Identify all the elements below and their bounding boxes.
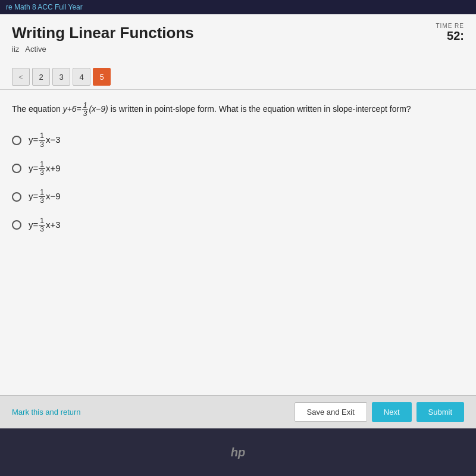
answer-text-b: y=13x+9	[29, 161, 61, 177]
page-title: Writing Linear Functions	[12, 24, 464, 42]
fraction-one-third: 13	[82, 102, 89, 118]
answer-option-b[interactable]: y=13x+9	[12, 161, 464, 177]
timer-label: TIME RE	[436, 23, 464, 29]
radio-c[interactable]	[12, 192, 21, 202]
mark-return-link[interactable]: Mark this and return	[12, 408, 81, 416]
next-button[interactable]: Next	[372, 402, 412, 422]
course-name: re Math 8 ACC Full Year	[6, 3, 83, 11]
quiz-status: iiz Active	[12, 45, 464, 54]
main-area: TIME RE 52: Writing Linear Functions iiz…	[0, 14, 476, 428]
answer-option-a[interactable]: y=13x−3	[12, 132, 464, 148]
laptop-bottom: hp	[0, 428, 476, 476]
bottom-bar: Mark this and return Save and Exit Next …	[0, 395, 476, 428]
answer-text-a: y=13x−3	[29, 132, 61, 148]
save-exit-button[interactable]: Save and Exit	[295, 402, 367, 422]
action-buttons: Save and Exit Next Submit	[295, 402, 464, 422]
answer-option-c[interactable]: y=13x−9	[12, 189, 464, 205]
equation-inline: y+6=13(x−9)	[63, 104, 108, 114]
answer-text-c: y=13x−9	[29, 189, 61, 205]
nav-btn-5[interactable]: 5	[93, 68, 111, 86]
frac-a: 13	[39, 132, 45, 148]
frac-c: 13	[39, 189, 45, 205]
radio-a[interactable]	[12, 136, 21, 145]
answer-option-d[interactable]: y=13x+3	[12, 217, 464, 233]
submit-button[interactable]: Submit	[416, 402, 464, 422]
question-area: The equation y+6=13(x−9) is written in p…	[0, 90, 476, 395]
frac-d: 13	[39, 217, 45, 233]
question-nav: < 2 3 4 5	[0, 64, 476, 89]
timer-value: 52:	[436, 29, 464, 43]
radio-b[interactable]	[12, 164, 21, 173]
header: Writing Linear Functions iiz Active	[0, 14, 476, 64]
hp-logo: hp	[231, 446, 245, 459]
quiz-label: iiz	[12, 45, 19, 54]
radio-d[interactable]	[12, 220, 21, 230]
frac-b: 13	[39, 161, 45, 177]
status-badge: Active	[25, 45, 46, 54]
timer-area: TIME RE 52:	[436, 23, 464, 43]
top-bar: re Math 8 ACC Full Year	[0, 0, 476, 14]
nav-btn-prev[interactable]: <	[12, 68, 30, 86]
question-text: The equation y+6=13(x−9) is written in p…	[12, 102, 464, 118]
nav-btn-2[interactable]: 2	[32, 68, 50, 86]
nav-btn-4[interactable]: 4	[73, 68, 90, 86]
nav-btn-3[interactable]: 3	[52, 68, 70, 86]
answer-text-d: y=13x+3	[29, 217, 61, 233]
